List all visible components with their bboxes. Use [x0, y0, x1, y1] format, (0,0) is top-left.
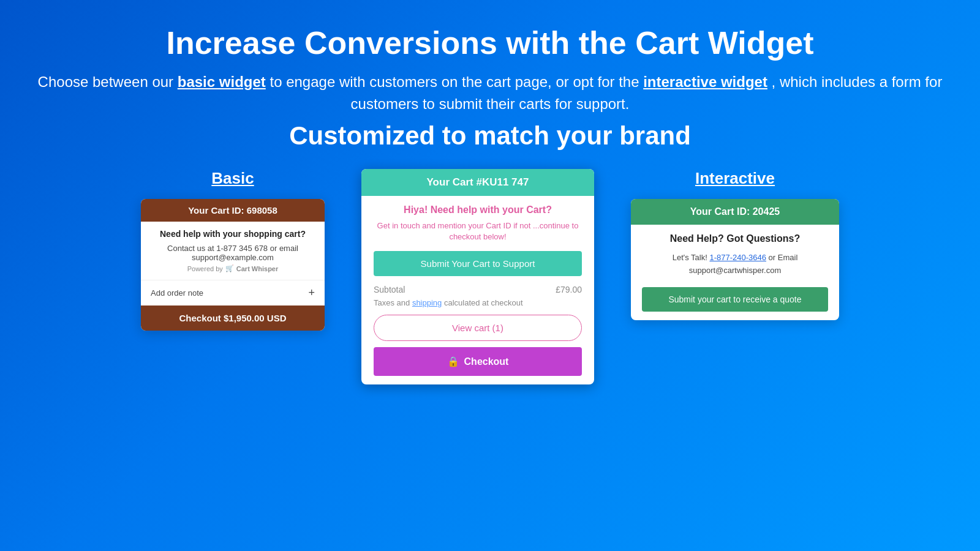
basic-col: Basic Your Cart ID: 698058 Need help wit… [135, 169, 331, 331]
basic-col-title[interactable]: Basic [211, 169, 254, 188]
center-widget: Your Cart #KU11 747 Hiya! Need help with… [361, 169, 594, 384]
add-note-icon[interactable]: + [308, 287, 315, 299]
subtitle-part2: to engage with customers on the cart pag… [270, 73, 643, 90]
basic-add-note-row: Add order note + [141, 280, 325, 305]
center-col: Your Cart #KU11 747 Hiya! Need help with… [355, 169, 600, 384]
basic-help-text: Need help with your shopping cart? [151, 229, 315, 239]
view-cart-button[interactable]: View cart (1) [374, 315, 582, 341]
interactive-widget: Your Cart ID: 20425 Need Help? Got Quest… [631, 199, 839, 320]
center-checkout-button[interactable]: 🔒 Checkout [374, 347, 582, 376]
basic-checkout-btn-wrapper: Checkout $1,950.00 USD [141, 305, 325, 331]
basic-widget-header: Your Cart ID: 698058 [141, 199, 325, 222]
shipping-link[interactable]: shipping [412, 298, 442, 307]
checkout-label: Checkout [464, 356, 509, 367]
interactive-widget-header: Your Cart ID: 20425 [631, 199, 839, 225]
basic-widget-body: Need help with your shopping cart? Conta… [141, 222, 325, 280]
basic-widget-link[interactable]: basic widget [178, 73, 266, 90]
widgets-row: Basic Your Cart ID: 698058 Need help wit… [37, 169, 943, 384]
basic-checkout-button[interactable]: Checkout $1,950.00 USD [141, 305, 325, 331]
page-wrapper: Increase Conversions with the Cart Widge… [0, 0, 980, 551]
center-desc: Get in touch and mention your Cart ID if… [374, 220, 582, 242]
basic-contact-text: Contact us at 1-877 345 678 or email sup… [151, 244, 315, 262]
add-note-label: Add order note [151, 288, 203, 298]
interactive-phone-link[interactable]: 1-877-240-3646 [709, 253, 766, 262]
interactive-widget-link[interactable]: interactive widget [643, 73, 767, 90]
subtotal-row: Subtotal £79.00 [374, 285, 582, 294]
interactive-col-title[interactable]: Interactive [695, 169, 775, 188]
interactive-contact: Let's Talk! 1-877-240-3646 or Email supp… [642, 252, 828, 277]
subtotal-label: Subtotal [374, 285, 405, 294]
center-widget-body: Hiya! Need help with your Cart? Get in t… [361, 196, 594, 384]
center-widget-header: Your Cart #KU11 747 [361, 169, 594, 196]
center-hiya: Hiya! Need help with your Cart? [374, 204, 582, 216]
powered-by-brand: Cart Whisper [236, 265, 278, 272]
taxes-text: Taxes and shipping calculated at checkou… [374, 298, 582, 307]
interactive-email: support@cartwhisper.com [689, 266, 781, 275]
main-title: Increase Conversions with the Cart Widge… [166, 24, 813, 61]
subtitle: Choose between our basic widget to engag… [37, 71, 943, 115]
subtitle-part1: Choose between our [38, 73, 178, 90]
submit-quote-button[interactable]: Submit your cart to receive a quote [642, 287, 828, 312]
powered-by-label: Powered by [187, 265, 223, 272]
submit-cart-button[interactable]: Submit Your Cart to Support [374, 251, 582, 276]
interactive-widget-body: Need Help? Got Questions? Let's Talk! 1-… [631, 225, 839, 320]
lock-icon: 🔒 [447, 356, 459, 367]
subtotal-value: £79.00 [556, 285, 582, 294]
brand-title: Customized to match your brand [289, 121, 691, 151]
interactive-col: Interactive Your Cart ID: 20425 Need Hel… [625, 169, 845, 320]
basic-powered-by: Powered by 🛒 Cart Whisper [151, 264, 315, 272]
interactive-help-text: Need Help? Got Questions? [642, 233, 828, 244]
cart-whisper-icon: 🛒 [225, 264, 234, 272]
basic-widget: Your Cart ID: 698058 Need help with your… [141, 199, 325, 331]
